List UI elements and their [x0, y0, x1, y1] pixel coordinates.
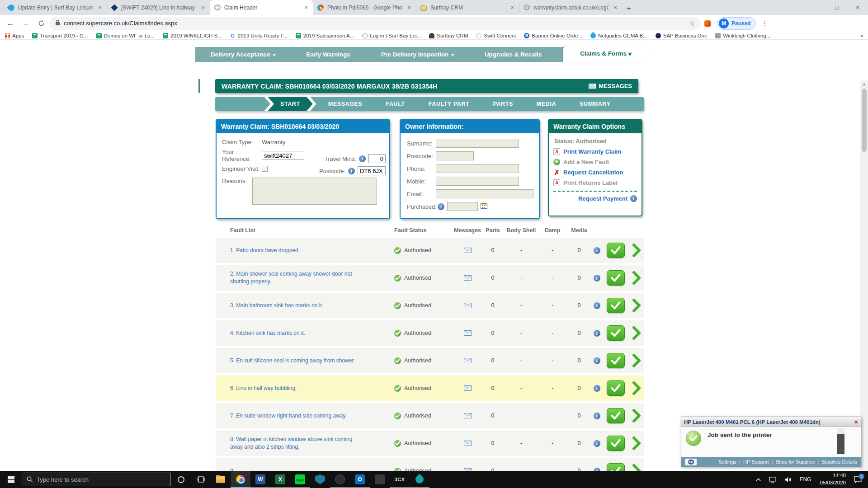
taskbar-excel-button[interactable]: X — [270, 471, 290, 488]
task-view-button[interactable] — [191, 471, 211, 488]
hp-footer-link[interactable]: Supplies Details — [821, 459, 857, 465]
browser-tab[interactable]: Claim Header × — [210, 0, 313, 15]
open-fault-arrow-icon[interactable] — [629, 464, 644, 471]
bookmark-item[interactable]: Transport 2019 - G... — [32, 33, 88, 38]
info-icon[interactable]: i — [594, 468, 600, 471]
browser-tab[interactable]: Surfbay CRM × — [416, 0, 519, 15]
bookmark-item[interactable]: Surfbay CRM — [429, 33, 468, 38]
approve-button[interactable] — [607, 270, 625, 286]
info-icon[interactable]: i — [594, 385, 600, 392]
message-envelope-icon[interactable] — [454, 358, 481, 363]
open-fault-arrow-icon[interactable] — [629, 436, 644, 450]
bookmark-item[interactable]: SAP Business One — [656, 33, 708, 38]
option-link[interactable]: + Add a New Fault — [553, 159, 637, 165]
taskbar-chrome-button[interactable] — [231, 471, 250, 488]
fault-link[interactable]: 6. Lino in hall way bubbling. — [216, 385, 365, 392]
message-envelope-icon[interactable] — [454, 330, 481, 336]
tab-close-icon[interactable]: × — [200, 4, 206, 11]
taskbar-teal-drop-button[interactable] — [410, 471, 429, 488]
language-indicator[interactable]: ENG — [795, 471, 815, 488]
bookmark-item[interactable]: Winkleigh Clothing... — [715, 33, 770, 38]
message-envelope-icon[interactable] — [454, 413, 481, 418]
extension-icon[interactable] — [704, 20, 711, 27]
your-reference-input[interactable] — [262, 151, 304, 160]
fault-link[interactable]: 5. En suit silicone seal is coming away … — [216, 357, 365, 365]
info-icon[interactable]: i — [359, 155, 366, 162]
hp-footer-link[interactable]: Shop for Supplies — [775, 459, 815, 465]
taskbar-search[interactable]: Type here to search — [22, 473, 171, 486]
fault-link[interactable]: 4. Kitchen sink has marks on it. — [216, 329, 365, 337]
scroll-up-icon[interactable]: ▲ — [862, 82, 866, 86]
open-fault-arrow-icon[interactable] — [629, 354, 644, 367]
maximize-button[interactable]: □ — [826, 0, 847, 15]
open-fault-arrow-icon[interactable] — [629, 299, 644, 312]
taskbar-outlook-button[interactable]: O — [350, 471, 370, 488]
browser-menu-icon[interactable]: ⋮ — [758, 19, 772, 28]
taskbar-threecx-button[interactable]: 3CX — [390, 471, 410, 488]
browser-tab[interactable]: Photo in Pdi5065 - Google Photo × — [313, 0, 416, 15]
option-link[interactable]: Print Warranty Claim — [553, 148, 637, 155]
open-fault-arrow-icon[interactable] — [629, 271, 644, 285]
bookmarks-overflow-icon[interactable]: » — [860, 32, 863, 39]
option-link[interactable]: Print Returns Label — [553, 179, 637, 186]
bookmark-item[interactable]: Demos on WF or Lo... — [96, 33, 155, 38]
taskbar-shield-app-button[interactable] — [310, 471, 330, 488]
fault-row[interactable]: 1. Patio doors have dropped. Authorised … — [216, 238, 644, 263]
fault-link[interactable]: 3. Main bathroom sink has marks on it. — [216, 302, 365, 310]
approve-button[interactable] — [607, 463, 625, 471]
cortana-button[interactable] — [171, 471, 191, 488]
taskbar-dim-app-button[interactable] — [370, 471, 390, 488]
step-tab[interactable]: MEDIA — [525, 97, 568, 111]
message-envelope-icon[interactable] — [454, 385, 481, 391]
hidden-icons-chevron[interactable] — [752, 471, 765, 488]
taskbar-word-button[interactable]: W — [250, 471, 270, 488]
messages-button[interactable]: MESSAGES — [589, 83, 632, 89]
info-icon[interactable]: i — [348, 168, 355, 174]
nav-item-active[interactable]: Claims & Forms ▾ — [563, 45, 648, 62]
info-icon[interactable]: i — [594, 247, 600, 254]
taskbar-dark-app-button[interactable] — [330, 471, 350, 488]
info-icon[interactable]: i — [630, 195, 637, 202]
step-tab[interactable]: MESSAGES — [316, 97, 374, 111]
bookmark-item[interactable]: 2019 Salesperson A... — [296, 33, 354, 38]
info-icon[interactable]: i — [594, 357, 600, 364]
browser-tab[interactable]: [SWIFT-24029] Lino in hallway bu × — [107, 0, 210, 15]
tab-close-icon[interactable]: × — [97, 4, 103, 11]
approve-button[interactable] — [607, 353, 625, 368]
step-tab[interactable]: FAULTY PART — [417, 97, 481, 111]
fault-row[interactable]: 9. Authorised 0 - - 0 i — [216, 458, 644, 471]
fault-link[interactable]: 9. — [216, 467, 365, 471]
fault-row[interactable]: 7. En suite window right hand side comin… — [216, 403, 644, 428]
bookmark-item[interactable]: G 2019 Units Ready F... — [230, 33, 288, 38]
owner-field-input[interactable] — [436, 151, 474, 160]
approve-button[interactable] — [607, 325, 625, 341]
request-payment-link[interactable]: Request Payment i — [553, 195, 637, 202]
new-tab-button[interactable]: + — [622, 4, 636, 15]
browser-tab[interactable]: Update Entry | Surf Bay Leisure × — [4, 0, 107, 15]
message-envelope-icon[interactable] — [454, 441, 481, 446]
message-envelope-icon[interactable] — [454, 303, 481, 308]
owner-field-input[interactable] — [436, 177, 519, 186]
bookmark-item[interactable]: Swift Connect — [476, 33, 516, 38]
nav-item[interactable]: Upgrades & Recalls — [469, 51, 557, 58]
step-tab[interactable]: PARTS — [481, 97, 524, 111]
hp-footer-link[interactable]: HP Support — [743, 459, 769, 465]
message-envelope-icon[interactable] — [454, 248, 481, 253]
engineer-visit-checkbox[interactable] — [262, 166, 268, 172]
bookmark-item[interactable]: 2019 WINKLEIGH S... — [163, 33, 222, 38]
option-link[interactable]: ✗ Request Cancellation — [553, 169, 637, 176]
volume-icon[interactable] — [780, 471, 795, 488]
taskbar-sage-button[interactable]: sage — [290, 471, 310, 488]
open-fault-arrow-icon[interactable] — [629, 381, 644, 395]
owner-field-input[interactable] — [436, 164, 519, 173]
approve-button[interactable] — [607, 436, 625, 451]
open-fault-arrow-icon[interactable] — [629, 409, 644, 422]
info-icon[interactable]: i — [594, 440, 600, 447]
bookmark-item[interactable]: Log in | Surf Bay Lei... — [362, 33, 421, 38]
nav-item[interactable]: Delivery Acceptance ▾ — [195, 51, 291, 58]
owner-field-input[interactable] — [436, 139, 519, 148]
fault-row[interactable]: 5. En suit silicone seal is coming away … — [216, 348, 644, 373]
nav-item[interactable]: Pre Delivery Inspection ▾ — [366, 51, 469, 58]
postcode-input[interactable] — [358, 166, 386, 175]
taskbar-clock[interactable]: 14:40 05/03/2020 — [815, 472, 850, 486]
